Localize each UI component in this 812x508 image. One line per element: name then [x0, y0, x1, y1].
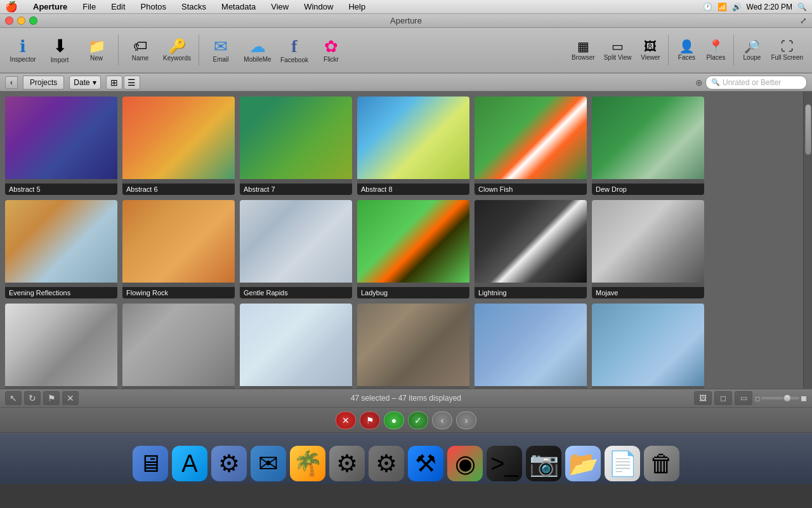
date-select[interactable]: Date ▾ [69, 76, 100, 90]
email-button[interactable]: ✉ Email [203, 31, 239, 69]
photo-item-ladybug[interactable]: Ladybug [357, 200, 469, 298]
photo-item-abstract7[interactable]: Abstract 7 [240, 97, 352, 195]
menu-view[interactable]: View [268, 2, 291, 11]
select-tool[interactable]: ↖ [5, 391, 22, 405]
navbar-right: ⊕ 🔍 Unrated or Better [695, 76, 807, 90]
split-view-button[interactable]: ▭ Split View [600, 31, 636, 69]
menu-metadata[interactable]: Metadata [219, 2, 258, 11]
dock-item-terminal[interactable]: >_ [487, 446, 522, 481]
toolbar-sep2 [199, 35, 199, 65]
dock-item-sys[interactable]: ⚙ [211, 446, 247, 481]
faces-button[interactable]: 👤 Faces [672, 31, 700, 69]
metadata-view-btn[interactable]: 🖼 [694, 391, 712, 405]
menu-stacks[interactable]: Stacks [179, 2, 209, 11]
dock-item-camera[interactable]: 📷 [526, 446, 561, 481]
photo-item-tranquil[interactable]: Tranquil Surface [475, 304, 587, 389]
photo-item-abstract6[interactable]: Abstract 6 [122, 97, 235, 195]
next-button[interactable]: › [456, 411, 476, 429]
dock-item-iphoto[interactable]: 🌴 [290, 446, 325, 481]
browser-button[interactable]: ▦ Browser [568, 31, 599, 69]
navbar: ‹ Projects Date ▾ ⊞ ☰ ⊕ 🔍 Unrated or Bet… [0, 74, 812, 91]
dock-item-gears[interactable]: ⚙ [369, 446, 404, 481]
dock-item-finder[interactable]: 🖥 [133, 446, 168, 481]
menu-help[interactable]: Help [346, 2, 368, 11]
keywords-button[interactable]: 🔑 Keywords [159, 31, 195, 69]
search-box: 🔍 Unrated or Better [705, 76, 807, 90]
photo-item-stones[interactable]: Stones [357, 304, 469, 389]
photo-item-abstract8[interactable]: Abstract 8 [357, 97, 469, 195]
zoom-slider[interactable]: ◻ ◼ [755, 394, 807, 403]
photo-item-mojave[interactable]: Mojave [592, 200, 704, 298]
photo-item-flowingrock[interactable]: Flowing Rock [122, 200, 235, 298]
zoom-out-icon: ◻ [755, 395, 760, 402]
photo-item-abstract5[interactable]: Abstract 5 [5, 97, 117, 195]
inspector-button[interactable]: ℹ Inspector [5, 31, 41, 69]
flag-button[interactable]: ⚑ [360, 411, 380, 429]
toolbar-sep3 [668, 35, 669, 65]
loupe-button[interactable]: 🔎 Loupe [738, 31, 766, 69]
minimize-button[interactable] [17, 17, 25, 25]
menu-file[interactable]: File [80, 2, 98, 11]
new-button[interactable]: 📁 New [79, 31, 114, 69]
photo-item-snowyhills[interactable]: Snowy Hills [240, 304, 352, 389]
menu-photos[interactable]: Photos [138, 2, 169, 11]
photo-thumb-pier [5, 304, 117, 386]
facebook-label: Facebook [280, 57, 308, 64]
name-button[interactable]: 🏷 Name [122, 31, 158, 69]
places-button[interactable]: 📍 Places [702, 31, 730, 69]
photo-item-pier[interactable]: Pier [5, 304, 117, 389]
rate-green-button[interactable]: ● [384, 411, 404, 429]
dock-item-prefs[interactable]: ⚙ [329, 446, 365, 481]
photo-item-gentlerapids[interactable]: Gentle Rapids [240, 200, 352, 298]
photo-grid-container: Abstract 5Abstract 6Abstract 7Abstract 8… [0, 91, 812, 389]
photo-item-eveningref[interactable]: Evening Reflections [5, 200, 117, 298]
filter-icon[interactable]: ⊕ [695, 77, 703, 88]
flickr-button[interactable]: ✿ Flickr [313, 31, 349, 69]
dock-item-mail[interactable]: ✉ [251, 446, 286, 481]
close-button[interactable] [5, 17, 13, 25]
prev-button[interactable]: ‹ [432, 411, 452, 429]
maximize-button[interactable] [29, 17, 37, 25]
slider-track[interactable] [761, 397, 799, 399]
single-view-btn[interactable]: ◻ [714, 391, 732, 405]
reject-tool[interactable]: ✕ [62, 391, 79, 405]
grid-view-button[interactable]: ⊞ [106, 76, 122, 90]
scroll-thumb[interactable] [805, 104, 811, 155]
dock-item-folder[interactable]: 📂 [565, 446, 601, 481]
photo-item-lightning[interactable]: Lightning [475, 200, 587, 298]
view-toggle: ⊞ ☰ [106, 76, 140, 90]
dock-item-chrome[interactable]: ◉ [447, 446, 483, 481]
facebook-button[interactable]: f Facebook [277, 31, 312, 69]
scrollbar[interactable] [803, 91, 812, 389]
photo-item-seamist[interactable]: Sea Mist [122, 304, 235, 389]
projects-button[interactable]: Projects [23, 76, 64, 90]
dock-item-trash[interactable]: 🗑 [644, 446, 679, 481]
dock-item-xcode[interactable]: ⚒ [408, 446, 443, 481]
photo-item-dewdrop[interactable]: Dew Drop [592, 97, 704, 195]
flag-tool[interactable]: ⚑ [43, 391, 60, 405]
dock-item-doc[interactable]: 📄 [605, 446, 640, 481]
import-button[interactable]: ⬇ Import [42, 31, 77, 69]
dock-item-appstore[interactable]: A [172, 446, 207, 481]
list-view-button[interactable]: ☰ [124, 76, 140, 90]
rotate-tool[interactable]: ↻ [24, 391, 41, 405]
photo-item-water[interactable]: Water [592, 304, 704, 389]
expand-button[interactable]: ⤢ [800, 16, 807, 25]
fullscreen-button[interactable]: ⛶ Full Screen [767, 31, 807, 69]
rate-check-button[interactable]: ✓ [408, 411, 428, 429]
back-button[interactable]: ‹ [5, 76, 18, 89]
mobileme-button[interactable]: ☁ MobileMe [240, 31, 275, 69]
photo-item-clownfish[interactable]: Clown Fish [475, 97, 587, 195]
menu-aperture[interactable]: Aperture [30, 2, 70, 11]
search-icon[interactable]: 🔍 [797, 3, 807, 11]
slider-thumb[interactable] [783, 394, 791, 402]
reject-button[interactable]: ✕ [336, 411, 356, 429]
filmstrip-view-btn[interactable]: ▭ [735, 391, 752, 405]
menu-window[interactable]: Window [301, 2, 336, 11]
photo-thumb-lightning [475, 200, 587, 283]
search-placeholder[interactable]: Unrated or Better [723, 78, 781, 87]
viewer-button[interactable]: 🖼 Viewer [636, 31, 664, 69]
apple-menu[interactable]: 🍎 [5, 1, 18, 13]
photo-label-dewdrop: Dew Drop [592, 184, 704, 195]
menu-edit[interactable]: Edit [108, 2, 128, 11]
